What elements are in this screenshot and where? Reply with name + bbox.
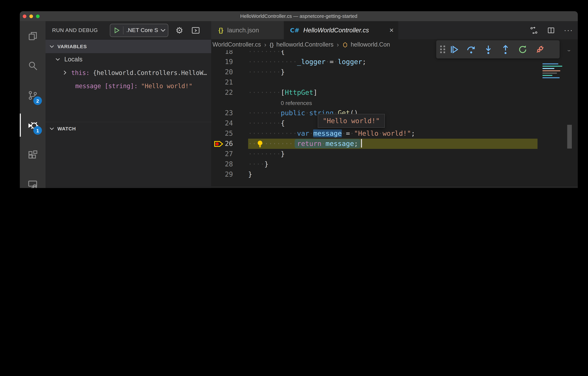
variable-name: message [string]: [75,82,138,89]
launch-config-label[interactable]: .NET Core S [126,27,158,34]
minimap[interactable] [543,63,566,81]
chevron-down-icon [50,45,54,48]
tab-label: launch.json [227,27,259,34]
sidebar-header: RUN AND DEBUG .NET Core S ⚙ [45,21,211,39]
code-line-27[interactable]: 27········} [211,149,578,159]
chevron-down-icon [55,58,60,61]
editor-scrollbar[interactable] [567,125,572,149]
variables-section-header[interactable]: VARIABLES [45,39,211,53]
breadcrumb-separator: › [264,41,266,48]
code-line-29[interactable]: 29} [211,169,578,180]
close-tab-icon[interactable]: × [389,26,394,34]
editor-pane: {} launch.json C# HelloWorldController.c… [211,21,578,188]
chevron-right-icon [63,70,67,75]
activity-bar: 2 1 [20,21,45,188]
csharp-icon: C# [290,27,299,34]
breadcrumb-file[interactable]: WorldController.cs [212,41,261,48]
run-and-debug-sidebar: RUN AND DEBUG .NET Core S ⚙ [45,21,211,188]
debug-console-toggle-icon[interactable] [191,26,200,35]
sidebar-item-extensions[interactable] [20,140,45,170]
variables-scope-locals[interactable]: Locals [45,53,211,66]
vscode-window: HelloWorldController.cs — aspnetcore-get… [20,11,578,188]
breadcrumb-separator: › [337,41,339,48]
section-title: VARIABLES [57,43,87,49]
code-line-22[interactable]: 22········[HttpGet] [211,87,578,98]
variable-this[interactable]: this: {helloworld.Controllers.HelloW… [45,66,211,79]
code-line-26[interactable]: 26············return·message; [211,139,578,149]
watch-section-header[interactable]: WATCH [45,122,211,135]
debug-toolbar [436,40,560,58]
class-symbol-icon [342,42,348,48]
sidebar-item-remote-explorer[interactable] [20,170,45,188]
open-changes-icon[interactable] [530,26,538,34]
hover-value: "Hello world!" [323,117,380,125]
namespace-icon: {} [270,42,274,48]
sidebar-title: RUN AND DEBUG [52,21,98,39]
json-icon: {} [219,27,223,34]
variable-value: "Hello world!" [141,82,192,89]
code-line-24[interactable]: 24········{ [211,118,578,129]
text-cursor [361,139,362,148]
split-editor-icon[interactable] [547,26,555,34]
files-icon [27,30,38,42]
tab-debug-console[interactable]: DEBUG CONSOLE [311,187,363,188]
code-line-23[interactable]: 23········public·string·Get() [211,108,578,118]
paused-breakpoint-icon[interactable] [214,140,224,148]
more-actions-icon[interactable]: ··· [564,26,573,34]
workbench: 2 1 [20,21,578,188]
chevron-down-icon [160,28,166,32]
variable-name: this: [71,69,90,76]
screen: HelloWorldController.cs — aspnetcore-get… [0,0,588,188]
tab-output[interactable]: OUTPUT [271,187,296,188]
disconnect-button[interactable] [531,42,548,57]
variable-value: {helloworld.Controllers.HelloW… [93,69,207,76]
step-out-button[interactable] [497,42,514,57]
tab-launch-json[interactable]: {} launch.json [211,21,284,39]
panel-tab-bar: PROBLEMS OUTPUT DEBUG CONSOLE TERMINAL [223,187,408,188]
remote-explorer-icon [27,179,38,188]
window-title: HelloWorldController.cs — aspnetcore-get… [20,11,578,21]
sidebar-item-run-and-debug[interactable]: 1 [20,110,45,140]
section-title: WATCH [57,126,76,131]
breadcrumb-namespace[interactable]: helloworld.Controllers [276,41,333,48]
hover-tooltip: "Hello world!" [318,114,385,128]
sidebar-item-source-control[interactable]: 2 [20,81,45,110]
editor-tab-bar: {} launch.json C# HelloWorldController.c… [211,21,578,39]
bottom-panel: PROBLEMS OUTPUT DEBUG CONSOLE TERMINAL [211,187,578,188]
tab-helloworldcontroller[interactable]: C# HelloWorldController.cs × [284,21,398,39]
restart-button[interactable] [514,42,531,57]
titlebar: HelloWorldController.cs — aspnetcore-get… [20,11,578,21]
debug-badge: 1 [33,126,42,135]
tab-problems[interactable]: PROBLEMS [223,187,256,188]
tab-label: HelloWorldController.cs [304,27,369,34]
breadcrumb-class[interactable]: helloworld.Con [351,41,390,48]
extensions-icon [27,149,38,161]
sidebar-item-search[interactable] [20,51,45,81]
drag-handle-icon[interactable] [440,45,445,53]
chevron-down-icon [50,127,54,130]
code-line-25[interactable]: 25············var·message·=·"Hello·world… [211,129,578,139]
panel-actions [515,187,565,188]
step-into-button[interactable] [480,42,497,57]
sidebar-item-explorer[interactable] [20,21,45,51]
search-icon [27,60,38,71]
continue-button[interactable] [445,42,463,57]
launch-config-picker[interactable]: .NET Core S [110,24,168,37]
step-over-button[interactable] [463,42,480,57]
tab-terminal[interactable]: TERMINAL [378,187,409,188]
code-line-20[interactable]: 20········} [211,67,578,77]
debug-settings-gear-icon[interactable]: ⚙ [176,21,183,39]
divider [123,26,123,34]
code-editor[interactable]: 18········{19············_logger·=·logge… [211,47,578,188]
lightbulb-icon[interactable] [256,140,264,148]
editor-actions: ··· [530,21,573,39]
code-line-28[interactable]: 28····} [211,159,578,169]
scope-label: Locals [64,56,83,63]
code-line-21[interactable]: 21 [211,77,578,87]
codelens-references[interactable]: 0 references [211,98,578,108]
source-control-badge: 2 [33,97,42,105]
start-debug-icon[interactable] [113,27,120,34]
variable-message[interactable]: message [string]: "Hello world!" [45,79,211,92]
